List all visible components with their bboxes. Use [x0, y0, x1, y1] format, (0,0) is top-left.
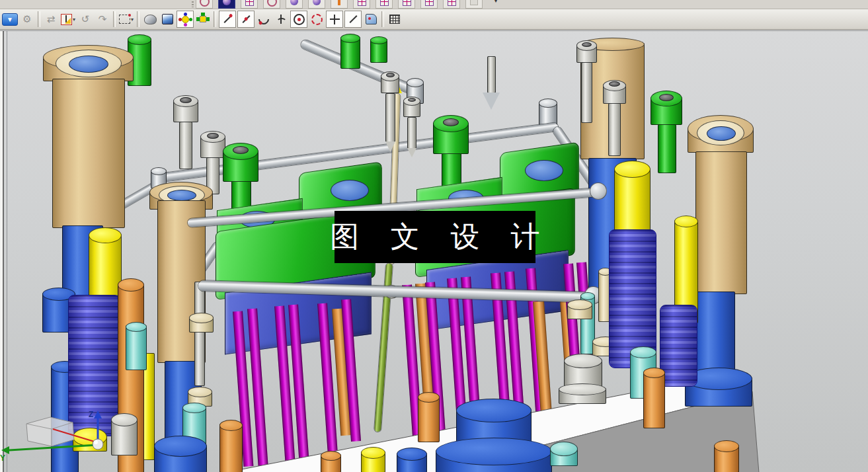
view-orient-button-4[interactable]: [263, 0, 280, 9]
support-pillar[interactable]: [418, 396, 440, 442]
guide-pin[interactable]: [397, 453, 427, 472]
point-on-surface-snap-button[interactable]: [363, 11, 379, 27]
graphics-viewport[interactable]: Z Y 图 文 设 计: [0, 30, 868, 472]
control-point-snap-icon: [256, 12, 272, 27]
support-pillar[interactable]: [321, 454, 341, 472]
toolbar-separator: [137, 11, 139, 27]
orient-view-dropdown-icon: ▼: [2, 13, 18, 26]
move-component-button[interactable]: ⇄: [43, 11, 59, 27]
sq-icon: [358, 0, 366, 6]
y-axis-label: Y: [0, 453, 5, 463]
toolbar-separator: [381, 11, 384, 27]
point-on-curve-snap-button[interactable]: [344, 11, 362, 28]
origin-ball-highlight: [94, 440, 98, 444]
midpoint-snap-icon: [242, 15, 250, 23]
support-pillar[interactable]: [714, 445, 739, 472]
spacer[interactable]: [550, 448, 578, 466]
pin-flange-cap: [436, 438, 552, 465]
snap-point-xyz-button[interactable]: [177, 11, 194, 28]
view-orient-button-7[interactable]: [331, 0, 348, 9]
flanged-bushing-base[interactable]: [559, 388, 606, 404]
stop-washer[interactable]: [567, 303, 592, 319]
view-orient-button-5[interactable]: [286, 0, 303, 9]
watermark-text: 图 文 设 计: [319, 217, 552, 256]
view-orient-button-3[interactable]: [241, 0, 258, 9]
spacer[interactable]: [126, 325, 147, 370]
toolbar-overflow-caret[interactable]: ▾: [488, 0, 504, 7]
pin-flange[interactable]: [436, 450, 552, 472]
ejector-shaft-cap: [89, 227, 122, 243]
wcs-cube: [26, 417, 74, 446]
assembly-tool-button[interactable]: ⚙: [19, 11, 35, 27]
move-component-icon: ⇄: [47, 15, 56, 24]
snap-point-xyz-icon: [182, 16, 189, 23]
arc-center-snap-icon: [294, 14, 305, 25]
return-pin[interactable]: [154, 445, 207, 472]
view-orient-button-8[interactable]: [353, 0, 370, 9]
dropdown-caret-icon: ▾: [131, 17, 134, 22]
view-orient-button-9[interactable]: [375, 0, 393, 9]
control-point-snap-button[interactable]: [256, 11, 272, 27]
quadrant-snap-icon: [311, 14, 323, 25]
view-orient-button-6[interactable]: [308, 0, 325, 9]
viewport-inner-border: [7, 31, 7, 472]
existing-point-snap-icon: [330, 15, 340, 24]
snap-point-toggle-button[interactable]: ▾: [60, 11, 76, 27]
center-pin-cap: [456, 399, 532, 422]
pan-view-icon: ↷: [99, 15, 107, 24]
rotate-view-button[interactable]: ↺: [77, 11, 93, 27]
support-pillar[interactable]: [643, 372, 665, 428]
washer-ring[interactable]: [361, 452, 385, 472]
view-orient-button-11[interactable]: [420, 0, 438, 9]
view-orient-button-12[interactable]: [443, 0, 460, 9]
view-orient-button-1[interactable]: [196, 0, 213, 9]
grid-point-snap-button[interactable]: [387, 11, 403, 27]
toolbar-separator: [38, 11, 40, 27]
endpoint-snap-icon: [223, 15, 231, 23]
sq-icon: [245, 0, 254, 6]
dropdown-caret-icon: ▾: [73, 17, 75, 22]
sq-icon: [380, 0, 389, 6]
rectangle-select-button[interactable]: ▾: [118, 11, 134, 27]
view-orient-button-10[interactable]: [398, 0, 415, 9]
sph-icon: [223, 0, 231, 5]
midpoint-snap-button[interactable]: [237, 11, 255, 28]
shaded-display-button[interactable]: [159, 11, 175, 27]
caret-icon: ▾: [494, 0, 498, 4]
sph-icon: [313, 0, 321, 5]
rotate-view-icon: ↺: [81, 15, 90, 24]
wcs-triad: Z Y: [0, 408, 112, 472]
existing-point-snap-button[interactable]: [326, 11, 343, 28]
ejector-shaft[interactable]: [614, 168, 651, 233]
flanged-bushing-cap: [564, 354, 602, 368]
orient-view-dropdown-button[interactable]: ▼: [2, 11, 18, 27]
view-or-button-13[interactable]: [465, 0, 483, 9]
point-on-surface-snap-icon: [366, 14, 377, 24]
spacer-cap: [550, 442, 578, 456]
washer-stack-cap: [111, 413, 138, 426]
shaded-with-edges-button[interactable]: [142, 11, 158, 27]
washer-stack[interactable]: [111, 418, 138, 455]
assembly-tool-icon: ⚙: [22, 15, 31, 24]
support-pillar-cap: [219, 420, 243, 431]
support-pillar[interactable]: [219, 424, 243, 472]
ejector-shaft-cap: [674, 216, 698, 227]
arc-center-snap-button[interactable]: [290, 11, 307, 28]
grid-point-snap-icon: [389, 15, 400, 24]
coil-spring[interactable]: [660, 305, 697, 387]
cad-application-window: ▾ ▼⚙⇄▾↺↷▾ Z Y 图 文 设 计: [0, 0, 868, 472]
support-pillar-cap: [321, 451, 341, 461]
pan-view-button[interactable]: ↷: [95, 11, 110, 27]
endpoint-snap-button[interactable]: [219, 11, 236, 28]
view-orient-button-2[interactable]: [218, 0, 235, 9]
shaded-display-icon: [162, 14, 173, 24]
ejector-shaft-cap: [614, 161, 651, 178]
quadrant-snap-button[interactable]: [309, 11, 325, 27]
rectangle-select-icon: [119, 15, 130, 24]
dynamic-point-button[interactable]: [195, 11, 211, 27]
intersection-snap-button[interactable]: [273, 11, 289, 27]
watermark-banner: 图 文 设 计: [335, 211, 535, 263]
spacer-rod-cap: [580, 292, 595, 300]
frame-pipe-front-bar[interactable]: [198, 280, 596, 303]
toolbar-grip[interactable]: [192, 1, 194, 7]
